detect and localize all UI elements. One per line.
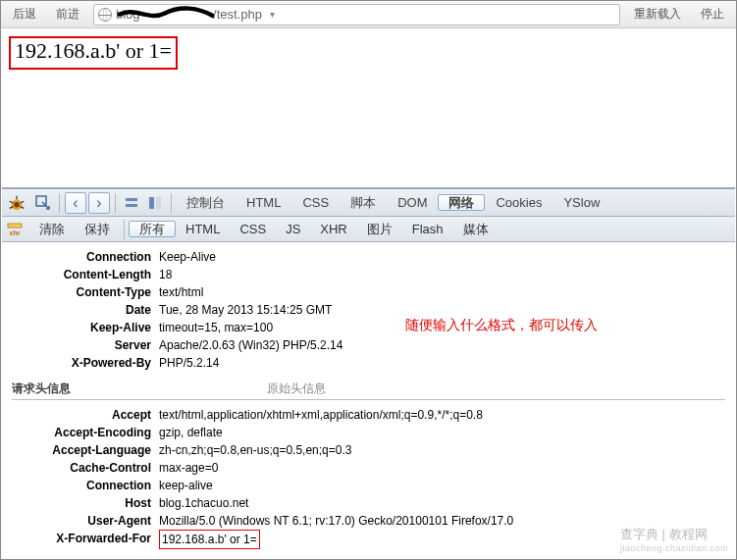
filter-tab-媒体[interactable]: 媒体 (453, 222, 499, 236)
devtools-tab-网络[interactable]: 网络 (438, 194, 485, 211)
devtools-tab-dom[interactable]: DOM (387, 194, 438, 211)
toolbar-icon-2[interactable] (144, 193, 166, 213)
header-row: Connectionkeep-alive (12, 477, 725, 494)
filter-tab-html[interactable]: HTML (176, 222, 230, 236)
header-value: keep-alive (159, 477, 213, 494)
header-row: Accept-Languagezh-cn,zh;q=0.8,en-us;q=0.… (12, 441, 725, 459)
toolbar-icon-1[interactable] (121, 193, 142, 213)
header-row: Keep-Alivetimeout=15, max=100 (12, 319, 725, 336)
nav-stop[interactable]: 停止 (695, 4, 730, 25)
filter-tab-所有[interactable]: 所有 (129, 221, 176, 237)
header-row: User-AgentMozilla/5.0 (Windows NT 6.1; r… (12, 512, 725, 530)
header-value: Keep-Alive (159, 248, 216, 266)
devtools-tab-脚本[interactable]: 脚本 (340, 194, 387, 211)
header-name: Date (12, 301, 159, 319)
browser-toolbar: 后退 前进 blog.1chacuo.net/test.php ▾ 重新载入 停… (1, 1, 736, 28)
nav-back[interactable]: 后退 (7, 4, 42, 25)
nav-reload[interactable]: 重新载入 (628, 4, 687, 25)
header-row: Content-Typetext/html (12, 283, 725, 301)
inspect-icon[interactable] (32, 193, 54, 213)
page-content: 192.168.a.b' or 1= (1, 28, 736, 77)
header-name: Host (12, 494, 159, 512)
devtools-sub-toolbar: xhr 清除保持 所有HTMLCSSJSXHR图片Flash媒体 (2, 217, 735, 242)
raw-headers-link[interactable]: 原始头信息 (267, 380, 326, 397)
filter-tab-图片[interactable]: 图片 (357, 222, 402, 236)
devtools-tab-控制台[interactable]: 控制台 (176, 194, 236, 211)
watermark: 查字典 | 教程网 jiaocheng.chazidian.com (620, 526, 728, 553)
header-name: Content-Type (12, 283, 159, 301)
svg-rect-7 (8, 224, 22, 228)
header-value: text/html (159, 283, 203, 301)
history-forward-icon[interactable]: › (88, 192, 110, 214)
header-row: Hostblog.1chacuo.net (12, 494, 725, 512)
header-name: Accept (12, 406, 159, 424)
address-bar[interactable]: blog.1chacuo.net/test.php ▾ (93, 4, 620, 25)
header-name: Connection (12, 248, 159, 266)
history-back-icon[interactable]: ‹ (65, 192, 86, 214)
request-headers-section: 请求头信息 原始头信息 (12, 380, 725, 400)
devtools-tab-yslow[interactable]: YSlow (553, 194, 610, 211)
header-value: blog.1chacuo.net (159, 494, 248, 512)
header-name: Accept-Language (12, 441, 159, 459)
devtools-panel: ‹ › 控制台HTMLCSS脚本DOM网络CookiesYSlow xhr 清除… (2, 187, 735, 558)
header-value: Tue, 28 May 2013 15:14:25 GMT (159, 301, 332, 319)
header-value: PHP/5.2.14 (159, 354, 219, 372)
svg-rect-5 (149, 197, 154, 209)
url-text: blog.1chacuo.net/test.php (116, 7, 262, 22)
header-row: X-Powered-ByPHP/5.2.14 (12, 354, 725, 372)
header-value: 18 (159, 266, 172, 283)
header-name: Server (12, 336, 159, 354)
header-row: DateTue, 28 May 2013 15:14:25 GMT (12, 301, 725, 319)
header-row: ConnectionKeep-Alive (12, 248, 725, 266)
net-btn-保持[interactable]: 保持 (75, 222, 120, 236)
svg-point-1 (14, 202, 19, 207)
filter-tab-flash[interactable]: Flash (402, 222, 453, 236)
header-row: Cache-Controlmax-age=0 (12, 459, 725, 477)
header-row: Accept-Encodinggzip, deflate (12, 424, 725, 441)
annotation-text: 随便输入什么格式，都可以传入 (405, 317, 598, 334)
header-value: gzip, deflate (159, 424, 223, 441)
filter-tab-css[interactable]: CSS (230, 222, 276, 236)
nav-forward[interactable]: 前进 (50, 4, 85, 25)
svg-rect-3 (126, 198, 137, 201)
redaction-scribble-icon (116, 5, 214, 23)
devtools-main-toolbar: ‹ › 控制台HTMLCSS脚本DOM网络CookiesYSlow (2, 189, 735, 217)
header-row: Content-Length18 (12, 266, 725, 283)
header-name: Accept-Encoding (12, 424, 159, 441)
header-value: timeout=15, max=100 (159, 319, 273, 336)
devtools-tab-html[interactable]: HTML (236, 194, 291, 211)
svg-text:xhr: xhr (10, 229, 21, 236)
header-name: X-Powered-By (12, 354, 159, 372)
header-row: ServerApache/2.0.63 (Win32) PHP/5.2.14 (12, 336, 725, 354)
header-name: Keep-Alive (12, 319, 159, 336)
net-btn-清除[interactable]: 清除 (29, 222, 75, 236)
globe-icon (98, 8, 112, 22)
header-name: Connection (12, 477, 159, 494)
header-value: Mozilla/5.0 (Windows NT 6.1; rv:17.0) Ge… (159, 512, 513, 530)
page-output-highlight: 192.168.a.b' or 1= (9, 36, 178, 70)
headers-pane[interactable]: ConnectionKeep-AliveContent-Length18Cont… (2, 242, 735, 558)
section-label: 请求头信息 (12, 380, 71, 397)
filter-tab-xhr[interactable]: XHR (310, 222, 356, 236)
header-row: Accepttext/html,application/xhtml+xml,ap… (12, 406, 725, 424)
header-value: max-age=0 (159, 459, 218, 477)
chevron-down-icon[interactable]: ▾ (266, 9, 280, 20)
header-name: X-Forwarded-For (12, 530, 159, 549)
header-name: User-Agent (12, 512, 159, 530)
firebug-icon[interactable] (6, 194, 27, 212)
header-value: zh-cn,zh;q=0.8,en-us;q=0.5,en;q=0.3 (159, 441, 351, 459)
header-value: 192.168.a.b' or 1= (159, 530, 260, 549)
svg-rect-6 (156, 197, 161, 209)
header-row: X-Forwarded-For192.168.a.b' or 1= (12, 530, 725, 549)
header-value: text/html,application/xhtml+xml,applicat… (159, 406, 483, 424)
svg-rect-4 (126, 204, 137, 207)
devtools-tab-cookies[interactable]: Cookies (485, 194, 553, 211)
header-name: Cache-Control (12, 459, 159, 477)
header-name: Content-Length (12, 266, 159, 283)
filter-tab-js[interactable]: JS (276, 222, 310, 236)
devtools-tab-css[interactable]: CSS (291, 194, 340, 211)
header-value: Apache/2.0.63 (Win32) PHP/5.2.14 (159, 336, 342, 354)
xhr-icon: xhr (6, 221, 24, 238)
